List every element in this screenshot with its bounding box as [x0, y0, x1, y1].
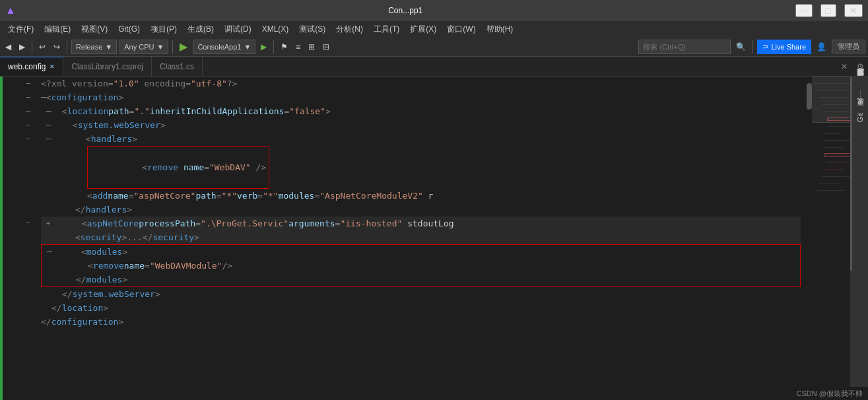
right-sidebar: 解决方案资源管理器 Git 更改	[852, 77, 868, 400]
window-title: Con...pp1	[388, 6, 422, 15]
toolbar-sep-3	[172, 40, 173, 53]
project-dropdown[interactable]: ConsoleApp1 ▼	[193, 40, 255, 54]
code-line-4: ─ <system.webServer>	[41, 118, 801, 132]
tab-modified-indicator: ✕	[50, 63, 55, 70]
code-line-11: ─ <modules>	[42, 245, 800, 259]
menu-view[interactable]: 视图(V)	[76, 22, 113, 36]
code-line-6: <remove name="WebDAV" />	[41, 146, 801, 189]
title-bar-right: ─ □ ✕	[795, 4, 863, 17]
menu-window[interactable]: 窗口(W)	[442, 22, 481, 36]
run-button[interactable]: ▶	[177, 40, 190, 53]
code-line-1: <?xml version="1.0" encoding="utf-8"?>	[41, 77, 801, 90]
platform-label: Any CPU	[124, 43, 154, 51]
scrollbar-thumb[interactable]	[807, 83, 812, 110]
toolbar-sep-5	[752, 40, 753, 53]
menu-bar: 文件(F) 编辑(E) 视图(V) Git(G) 项目(P) 生成(B) 调试(…	[0, 21, 868, 37]
platform-dropdown-arrow: ▼	[157, 43, 164, 51]
search-input[interactable]	[638, 40, 731, 54]
code-line-8: </handlers>	[41, 203, 801, 217]
project-label: ConsoleApp1	[197, 43, 241, 51]
code-line-5: ─ <handlers>	[41, 132, 801, 146]
config-label: Release	[76, 43, 102, 51]
project-dropdown-arrow: ▼	[244, 43, 251, 51]
tab-class1[interactable]: Class1.cs	[152, 57, 203, 76]
menu-xml[interactable]: XML(X)	[257, 23, 294, 35]
minimap-viewport[interactable]	[813, 77, 852, 123]
main-area: ─ ─ ─ ─ ─ ─	[0, 77, 868, 400]
solution-explorer-icon[interactable]: 解决方案资源管理器	[854, 79, 867, 84]
toolbar-sep-4	[273, 40, 274, 53]
git-gutter	[0, 77, 3, 400]
minimap: ━━━━━━━━━━━━━━━━━━━━━━━━━━━━━━━━━━━━━━━━…	[813, 77, 852, 400]
code-line-16: </configuration>	[41, 315, 801, 329]
format-button[interactable]: ⊞	[306, 41, 317, 53]
code-line-7: <add name="aspNetCore" path="*" verb="*"…	[41, 189, 801, 203]
vs-logo-icon: ▲	[5, 5, 16, 17]
code-line-2: ─ <configuration>	[41, 90, 801, 104]
menu-test[interactable]: 测试(S)	[294, 22, 331, 36]
tab-bar: web.config ✕ ClassLibrary1.csproj Class1…	[0, 57, 868, 77]
close-button[interactable]: ✕	[844, 4, 863, 17]
sidebar-sep	[860, 90, 861, 103]
minimize-button[interactable]: ─	[795, 4, 813, 17]
menu-git[interactable]: Git(G)	[113, 23, 145, 35]
code-line-12: <remove name="WebDAVModule" />	[42, 259, 800, 273]
tab-web-config-label: web.config	[8, 62, 46, 71]
restore-button[interactable]: □	[820, 4, 836, 17]
menu-tools[interactable]: 工具(T)	[368, 22, 405, 36]
git-changes-icon[interactable]: Git 更改	[854, 108, 867, 125]
bookmark-button[interactable]: ⚑	[278, 41, 290, 53]
status-bar: CSDN @假装我不帅	[791, 387, 868, 400]
redo-button[interactable]: ↪	[51, 41, 63, 53]
settings-button[interactable]: ⚙	[853, 57, 868, 76]
menu-edit[interactable]: 编辑(E)	[39, 22, 76, 36]
user-button[interactable]: 👤	[814, 41, 829, 53]
code-line-15: </location>	[41, 301, 801, 315]
menu-extensions[interactable]: 扩展(X)	[405, 22, 442, 36]
tab-class-library[interactable]: ClassLibrary1.csproj	[63, 57, 152, 76]
platform-dropdown[interactable]: Any CPU ▼	[119, 40, 168, 54]
menu-build[interactable]: 生成(B)	[182, 22, 219, 36]
menu-file[interactable]: 文件(F)	[3, 22, 39, 36]
menu-help[interactable]: 帮助(H)	[481, 22, 519, 36]
back-button[interactable]: ◀	[3, 41, 14, 53]
code-line-9: + <aspNetCore processPath=".\ProGet.Serv…	[41, 217, 801, 230]
config-dropdown-arrow: ▼	[105, 43, 112, 51]
undo-button[interactable]: ↩	[36, 41, 48, 53]
config-dropdown[interactable]: Release ▼	[71, 40, 117, 54]
start-button[interactable]: ▶	[258, 41, 269, 53]
menu-analyze[interactable]: 分析(N)	[331, 22, 368, 36]
tab-web-config[interactable]: web.config ✕	[0, 57, 63, 76]
code-lens-button[interactable]: ≡	[293, 41, 303, 53]
live-share-button[interactable]: ⊃ Live Share	[757, 40, 811, 54]
code-area[interactable]: <?xml version="1.0" encoding="utf-8"?> ─…	[36, 77, 806, 400]
status-text: CSDN @假装我不帅	[797, 389, 863, 399]
toolbar: ◀ ▶ ↩ ↪ Release ▼ Any CPU ▼ ▶ ConsoleApp…	[0, 37, 868, 57]
code-line-10: <security>...</security>	[41, 230, 801, 244]
line-numbers: ─ ─ ─ ─ ─ ─	[3, 77, 36, 400]
minimap-scrollbar	[850, 77, 852, 400]
git-modified-indicator	[0, 77, 3, 400]
admin-button[interactable]: 管理员	[832, 40, 865, 53]
title-bar-left: ▲	[5, 5, 16, 17]
code-line-3: ─ <location path="." inheritInChildAppli…	[41, 104, 801, 118]
forward-button[interactable]: ▶	[17, 41, 28, 53]
code-line-14: </system.webServer>	[41, 287, 801, 301]
menu-project[interactable]: 项目(P)	[145, 22, 182, 36]
minimap-scrollbar-thumb[interactable]	[850, 77, 852, 271]
tab-class1-label: Class1.cs	[160, 62, 194, 71]
close-all-button[interactable]: ✕	[836, 57, 853, 76]
toolbar-sep-1	[32, 40, 32, 53]
live-share-label: Live Share	[771, 43, 806, 51]
search-icon-button[interactable]: 🔍	[733, 41, 749, 53]
vertical-scrollbar[interactable]	[806, 77, 813, 400]
toolbar-sep-2	[67, 40, 67, 53]
title-bar: ▲ Con...pp1 ─ □ ✕	[0, 0, 868, 21]
editor-container: ─ ─ ─ ─ ─ ─	[3, 77, 813, 400]
menu-debug[interactable]: 调试(D)	[219, 22, 257, 36]
modules-block-highlight: ─ <modules> <remove name="WebDAVModule" …	[41, 244, 801, 287]
code-line-13: </modules>	[42, 273, 800, 286]
properties-button[interactable]: ⊟	[320, 41, 332, 53]
live-share-icon: ⊃	[762, 42, 768, 51]
tab-class-library-label: ClassLibrary1.csproj	[71, 62, 143, 71]
